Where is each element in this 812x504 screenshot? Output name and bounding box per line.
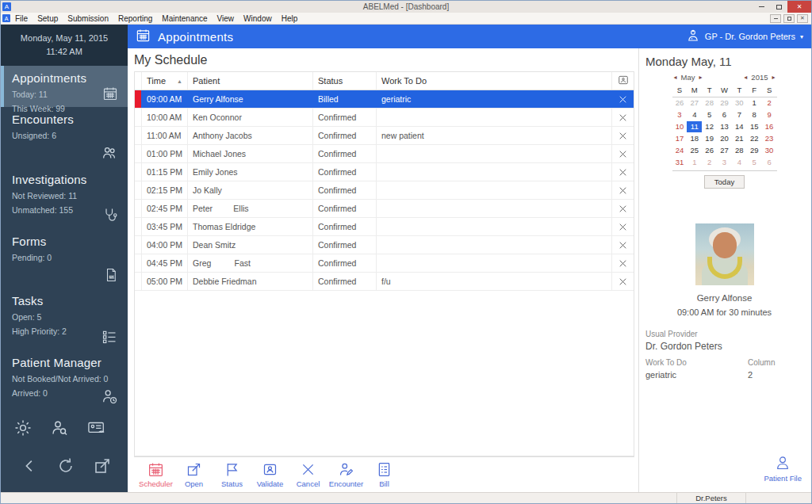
appointment-row[interactable]: 04:45 PM Greg Fast Confirmed	[135, 254, 634, 273]
refresh-icon[interactable]	[56, 456, 75, 479]
column-header-work[interactable]: Work To Do	[377, 72, 611, 90]
close-button[interactable]: ✕	[787, 1, 811, 13]
calendar-day[interactable]: 3	[672, 109, 688, 120]
mdi-restore-button[interactable]	[783, 14, 795, 23]
calendar-day[interactable]: 22	[747, 133, 762, 144]
calendar-day[interactable]: 5	[747, 157, 762, 168]
calendar-day[interactable]: 28	[702, 97, 717, 109]
calendar-day[interactable]: 19	[702, 133, 717, 144]
restore-button[interactable]	[770, 1, 787, 13]
menu-help[interactable]: Help	[277, 14, 303, 23]
menu-reporting[interactable]: Reporting	[113, 14, 157, 23]
calendar-day[interactable]: 24	[672, 145, 688, 156]
cancel-appointment-icon[interactable]	[611, 145, 634, 162]
appointment-row[interactable]: 04:00 PM Dean Smitz Confirmed	[135, 236, 634, 254]
calendar-day[interactable]: 26	[672, 97, 688, 109]
appointment-row[interactable]: 09:00 AM Gerry Alfonse Billed geriatric	[135, 90, 634, 109]
appointment-row[interactable]: 01:00 PM Michael Jones Confirmed	[135, 145, 634, 163]
encounter-button[interactable]: Encounter	[328, 461, 364, 488]
appointment-row[interactable]: 02:45 PM Peter Ellis Confirmed	[135, 200, 634, 218]
column-header-time[interactable]: Time ▲	[142, 72, 188, 90]
calendar-day[interactable]: 7	[732, 109, 747, 120]
column-header-status[interactable]: Status	[313, 72, 377, 90]
calendar-day[interactable]: 12	[702, 121, 717, 132]
cancel-appointment-icon[interactable]	[611, 109, 634, 126]
calendar-day[interactable]: 29	[717, 97, 732, 109]
calendar-day[interactable]: 4	[687, 109, 702, 120]
status-button[interactable]: Status	[214, 461, 250, 488]
cancel-appointment-icon[interactable]	[611, 90, 634, 108]
prev-month-icon[interactable]: ◂	[674, 74, 677, 81]
appointment-row[interactable]: 01:15 PM Emily Jones Confirmed	[135, 163, 634, 181]
cancel-appointment-icon[interactable]	[611, 127, 634, 144]
calendar-day[interactable]: 6	[717, 109, 732, 120]
cancel-appointment-icon[interactable]	[611, 254, 634, 272]
calendar-day[interactable]: 2	[762, 97, 777, 109]
calendar-day[interactable]: 9	[762, 109, 777, 120]
open-button[interactable]: Open	[176, 461, 212, 488]
sidebar-item-patient-manager[interactable]: Patient Manager Not Booked/Not Arrived: …	[1, 350, 128, 410]
calendar-day[interactable]: 17	[672, 133, 688, 144]
calendar-day[interactable]: 14	[732, 121, 747, 132]
menu-submission[interactable]: Submission	[63, 14, 113, 23]
cancel-appointment-icon[interactable]	[611, 181, 634, 199]
menu-window[interactable]: Window	[239, 14, 277, 23]
sidebar-item-investigations[interactable]: Investigations Not Reviewed: 11 Unmatche…	[1, 167, 128, 229]
sidebar-item-tasks[interactable]: Tasks Open: 5 High Priority: 2	[1, 288, 128, 350]
calendar-day[interactable]: 21	[732, 133, 747, 144]
menu-file[interactable]: File	[10, 14, 33, 23]
appointment-row[interactable]: 03:45 PM Thomas Eldridge Confirmed	[135, 218, 634, 236]
calendar-day[interactable]: 16	[762, 121, 777, 132]
patient-search-icon[interactable]	[50, 418, 69, 441]
open-external-icon[interactable]	[93, 456, 112, 479]
calendar-day[interactable]: 26	[702, 145, 717, 156]
cancel-appointment-icon[interactable]	[611, 236, 634, 254]
calendar-day[interactable]: 30	[762, 145, 777, 156]
provider-selector[interactable]: GP - Dr. Gordon Peters ▾	[686, 29, 803, 44]
cancel-appointment-icon[interactable]	[611, 273, 634, 290]
calendar-day[interactable]: 2	[702, 157, 717, 168]
validate-button[interactable]: Validate	[252, 461, 288, 488]
today-button[interactable]: Today	[704, 175, 745, 189]
cancel-appointment-icon[interactable]	[611, 218, 634, 235]
calendar-day[interactable]: 4	[732, 157, 747, 168]
appointment-row[interactable]: 02:15 PM Jo Kally Confirmed	[135, 181, 634, 200]
scheduler-button[interactable]: Scheduler	[138, 461, 174, 488]
menu-setup[interactable]: Setup	[33, 14, 63, 23]
calendar-day[interactable]: 30	[732, 97, 747, 109]
calendar-day[interactable]: 1	[687, 157, 702, 168]
calendar-day[interactable]: 18	[687, 133, 702, 144]
bill-button[interactable]: Bill	[366, 461, 402, 488]
next-month-icon[interactable]: ▸	[699, 74, 702, 81]
calendar-day[interactable]: 28	[732, 145, 747, 156]
sidebar-item-forms[interactable]: Forms Pending: 0 PDF	[1, 229, 128, 288]
calendar-day[interactable]: 29	[747, 145, 762, 156]
next-year-icon[interactable]: ▸	[772, 74, 775, 81]
calendar-day[interactable]: 27	[717, 145, 732, 156]
appointment-row[interactable]: 05:00 PM Debbie Friedman Confirmed f/u	[135, 273, 634, 291]
calendar-day[interactable]: 1	[747, 97, 762, 109]
mdi-close-button[interactable]: ✕	[797, 14, 808, 23]
minimize-button[interactable]	[753, 1, 770, 13]
calendar-day[interactable]: 20	[717, 133, 732, 144]
menu-maintenance[interactable]: Maintenance	[157, 14, 212, 23]
health-card-icon[interactable]	[86, 418, 107, 441]
column-header-patient[interactable]: Patient	[188, 72, 313, 90]
patient-file-button[interactable]: Patient File	[764, 455, 803, 489]
mdi-minimize-button[interactable]	[770, 14, 781, 23]
back-chevron-icon[interactable]	[21, 456, 39, 479]
settings-gear-icon[interactable]	[13, 418, 33, 441]
menu-view[interactable]: View	[213, 14, 239, 23]
appointment-row[interactable]: 11:00 AM Anthony Jacobs Confirmed new pa…	[135, 127, 634, 145]
calendar-day[interactable]: 5	[702, 109, 717, 120]
calendar-day[interactable]: 3	[717, 157, 732, 168]
calendar-day[interactable]: 8	[747, 109, 762, 120]
prev-year-icon[interactable]: ◂	[744, 74, 747, 81]
sidebar-item-encounters[interactable]: Encounters Unsigned: 6	[1, 107, 128, 167]
calendar-day[interactable]: 25	[687, 145, 702, 156]
cancel-appointment-icon[interactable]	[611, 200, 634, 217]
calendar-day[interactable]: 11	[687, 121, 702, 132]
calendar-day[interactable]: 13	[717, 121, 732, 132]
sidebar-item-appointments[interactable]: Appointments Today: 11 This Week: 99	[1, 66, 128, 107]
calendar-day[interactable]: 10	[672, 121, 688, 132]
